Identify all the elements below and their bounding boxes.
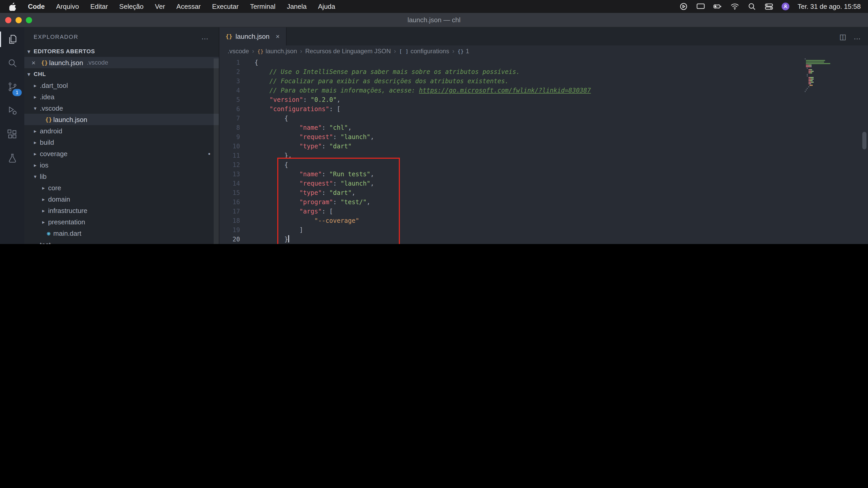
code-line-3[interactable]: 3 // Focalizar para exibir as descrições… [219,76,868,86]
open-editors-header[interactable]: ▾ EDITORES ABERTOS [24,45,219,57]
menu-item-ajuda[interactable]: Ajuda [318,3,336,10]
tree-folder-presentation[interactable]: ▸presentation [24,216,219,227]
code-line-7[interactable]: 7 { [219,114,868,123]
battery-icon[interactable] [713,3,722,10]
tree-folder-ios[interactable]: ▸ios [24,159,219,171]
editor-scrollbar-thumb[interactable] [862,132,866,150]
line-number[interactable]: 16 [219,197,240,207]
line-number[interactable]: 1 [219,58,240,67]
line-number[interactable]: 12 [219,160,240,169]
extensions-icon[interactable] [0,123,24,146]
close-tab-icon[interactable]: × [276,33,280,40]
code-line-20[interactable]: 20 } [219,235,868,244]
menu-app-name[interactable]: Code [28,3,45,10]
tree-folder-dart-tool[interactable]: ▸.dart_tool [24,79,219,91]
spotlight-search-icon[interactable] [747,3,756,10]
menu-item-editar[interactable]: Editar [90,3,108,10]
split-editor-icon[interactable]: ◫ [840,32,846,40]
code-line-14[interactable]: 14 "request": "launch", [219,179,868,188]
menu-item-executar[interactable]: Executar [212,3,239,10]
tree-folder-android[interactable]: ▸android [24,125,219,136]
line-number[interactable]: 14 [219,179,240,188]
line-number[interactable]: 3 [219,76,240,86]
line-number[interactable]: 15 [219,188,240,197]
code-line-12[interactable]: 12 { [219,160,868,169]
code-line-15[interactable]: 15 "type": "dart", [219,188,868,197]
code-line-10[interactable]: 10 "type": "dart" [219,142,868,151]
close-window-button[interactable] [5,17,11,23]
tree-folder-core[interactable]: ▸core [24,182,219,193]
breadcrumb-item-launch-json[interactable]: {}launch.json [257,47,297,55]
code-line-13[interactable]: 13 "name": "Run tests", [219,169,868,179]
code-line-18[interactable]: 18 "--coverage" [219,216,868,225]
menu-item-acessar[interactable]: Acessar [176,3,201,10]
maximize-window-button[interactable] [26,17,32,23]
minimap[interactable] [805,58,852,93]
tree-folder-vscode[interactable]: ▾.vscode [24,102,219,114]
code-line-19[interactable]: 19 ] [219,225,868,235]
menu-item-janela[interactable]: Janela [287,3,307,10]
control-center-icon[interactable] [765,3,773,10]
code-line-6[interactable]: 6 "configurations": [ [219,104,868,114]
breadcrumb-item-vscode[interactable]: .vscode [227,47,249,55]
tree-folder-domain[interactable]: ▸domain [24,193,219,205]
sidebar-scrollbar[interactable] [214,58,219,244]
source-control-icon[interactable]: 1 [0,75,24,99]
user-avatar-icon[interactable] [782,3,789,10]
search-icon[interactable] [0,51,24,75]
line-number[interactable]: 8 [219,123,240,132]
line-number[interactable]: 6 [219,104,240,114]
more-actions-icon[interactable]: … [854,32,861,40]
line-number[interactable]: 20 [219,235,240,244]
screen-mirroring-icon[interactable] [679,3,688,10]
tree-folder-lib[interactable]: ▾lib [24,171,219,182]
run-debug-icon[interactable] [0,99,24,123]
tree-folder-idea[interactable]: ▸.idea [24,91,219,102]
tree-folder-infrastructure[interactable]: ▸infrastructure [24,205,219,216]
line-number[interactable]: 9 [219,132,240,142]
testing-icon[interactable] [0,146,24,170]
tree-folder-coverage[interactable]: ▸coverage● [24,148,219,159]
line-number[interactable]: 11 [219,151,240,160]
line-number[interactable]: 19 [219,225,240,235]
code-line-16[interactable]: 16 "program": "test/", [219,197,868,207]
menu-item-ver[interactable]: Ver [155,3,165,10]
menu-item-sele-o[interactable]: Seleção [119,3,144,10]
explorer-icon[interactable] [0,27,24,51]
line-number[interactable]: 5 [219,95,240,104]
line-number[interactable]: 17 [219,207,240,216]
breadcrumb-item-configurations[interactable]: [ ]configurations [399,47,449,55]
breadcrumb-item-1[interactable]: {}1 [458,47,469,55]
breadcrumb-item-recursos-de-linguagem-json[interactable]: Recursos de Linguagem JSON [305,47,391,55]
open-editor-item-launch-json[interactable]: × {} launch.json .vscode [24,57,219,68]
code-line-8[interactable]: 8 "name": "chl", [219,123,868,132]
minimize-window-button[interactable] [16,17,22,23]
code-line-11[interactable]: 11 }, [219,151,868,160]
code-line-9[interactable]: 9 "request": "launch", [219,132,868,142]
wifi-icon[interactable] [731,3,739,10]
tree-file-main-dart[interactable]: ◉main.dart [24,227,219,239]
code-line-1[interactable]: 1{ [219,58,868,67]
line-number[interactable]: 18 [219,216,240,225]
tree-file-launch-json[interactable]: {}launch.json [24,114,219,125]
menu-clock[interactable]: Ter. 31 de ago. 15:58 [798,3,861,10]
code-editor[interactable]: 1{2 // Use o IntelliSense para saber mai… [219,57,868,244]
line-number[interactable]: 2 [219,67,240,76]
menu-item-terminal[interactable]: Terminal [250,3,275,10]
line-number[interactable]: 7 [219,114,240,123]
code-line-17[interactable]: 17 "args": [ [219,207,868,216]
tab-launch-json[interactable]: {} launch.json × [219,27,286,45]
project-section-header[interactable]: ▾ CHL [24,68,219,79]
apple-logo-icon[interactable] [9,2,17,10]
code-line-2[interactable]: 2 // Use o IntelliSense para saber mais … [219,67,868,76]
line-number[interactable]: 4 [219,86,240,95]
menu-item-arquivo[interactable]: Arquivo [56,3,79,10]
tree-folder-test[interactable]: ▸test [24,239,219,244]
tree-folder-build[interactable]: ▸build [24,136,219,148]
code-line-5[interactable]: 5 "version": "0.2.0", [219,95,868,104]
line-number[interactable]: 10 [219,142,240,151]
line-number[interactable]: 13 [219,169,240,179]
display-icon[interactable] [696,3,705,10]
close-editor-icon[interactable]: × [32,59,40,66]
more-actions-icon[interactable]: … [201,32,210,40]
